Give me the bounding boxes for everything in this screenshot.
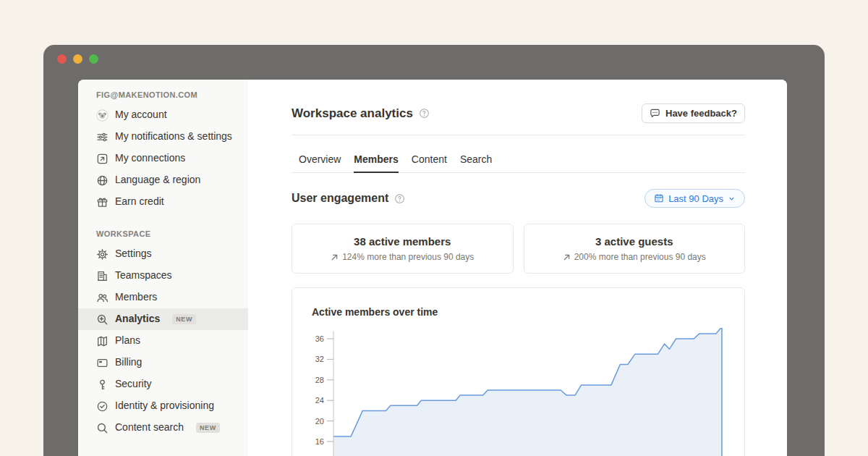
sidebar-item-label: My notifications & settings (115, 130, 232, 144)
minimize-button[interactable] (73, 54, 82, 64)
sidebar-item-label: Billing (115, 355, 142, 370)
active-members-chart: 162024283236 (308, 325, 727, 456)
sidebar-item-identity-provisioning[interactable]: Identity & provisioning (78, 395, 248, 417)
sidebar-item-settings[interactable]: Settings (78, 243, 248, 265)
people-icon (96, 292, 109, 304)
sidebar-item-label: Analytics (115, 312, 160, 326)
sidebar-item-label: Earn credit (115, 195, 164, 209)
date-range-button[interactable]: Last 90 Days (644, 189, 745, 208)
sliders-icon (96, 131, 109, 143)
have-feedback-label: Have feedback? (665, 108, 737, 119)
stat-value: 3 active guests (595, 235, 673, 248)
workspace-menu: SettingsTeamspacesMembersAnalyticsNEWPla… (78, 243, 248, 439)
arrow-box-icon (96, 153, 109, 165)
trend-up-icon (331, 253, 339, 261)
new-badge: NEW (172, 314, 196, 324)
sidebar-item-label: My account (115, 108, 167, 122)
sidebar-item-label: My connections (115, 151, 185, 166)
stat-delta-text: 124% more than previous 90 days (342, 252, 474, 262)
date-range-label: Last 90 Days (668, 193, 723, 204)
magnifier-icon (96, 422, 109, 434)
help-icon[interactable] (394, 193, 405, 204)
app-window: FIG@MAKENOTION.COM My accountMy notifica… (43, 45, 825, 456)
zoom-button[interactable] (89, 54, 98, 64)
gift-icon (96, 196, 109, 208)
sidebar-item-content-search[interactable]: Content searchNEW (78, 417, 248, 439)
workspace-section-label: WORKSPACE (78, 229, 248, 239)
sidebar-item-teamspaces[interactable]: Teamspaces (78, 265, 248, 287)
chart-card: Active members over time 162024283236 (292, 287, 745, 456)
stat-delta-text: 200% more than previous 90 days (574, 252, 706, 262)
sidebar-item-label: Plans (115, 334, 140, 348)
close-button[interactable] (57, 54, 67, 64)
section-header: User engagement Last 90 Days (292, 189, 745, 208)
sidebar-item-label: Identity & provisioning (115, 399, 214, 413)
calendar-icon (654, 193, 664, 203)
sidebar-item-label: Settings (115, 247, 152, 261)
sidebar-item-members[interactable]: Members (78, 287, 248, 308)
card-icon (96, 357, 109, 369)
sidebar-item-label: Members (115, 290, 157, 305)
sidebar-item-plans[interactable]: Plans (78, 330, 248, 352)
magnifier-plus-icon (96, 313, 109, 326)
sidebar-item-label: Teamspaces (115, 269, 172, 283)
chevron-down-icon (728, 195, 736, 203)
sidebar-item-my-account[interactable]: My account (78, 104, 248, 126)
svg-text:16: 16 (315, 437, 324, 446)
main-content: Workspace analytics Have feedback? Overv… (248, 80, 787, 456)
sidebar-item-billing[interactable]: Billing (78, 352, 248, 373)
settings-panel: FIG@MAKENOTION.COM My accountMy notifica… (78, 80, 787, 456)
sidebar-item-earn-credit[interactable]: Earn credit (78, 191, 248, 213)
help-icon[interactable] (419, 108, 430, 119)
badge-check-icon (96, 400, 109, 413)
sidebar-item-my-notifications-settings[interactable]: My notifications & settings (78, 126, 248, 148)
stat-cards: 38 active members124% more than previous… (292, 224, 745, 274)
sidebar-item-label: Security (115, 377, 152, 392)
sidebar-item-label: Content search (115, 421, 184, 435)
new-badge: NEW (196, 423, 220, 433)
stat-card-38-active-members: 38 active members124% more than previous… (292, 224, 514, 274)
trend-up-icon (563, 253, 571, 261)
page-title: Workspace analytics (292, 106, 413, 121)
globe-icon (96, 174, 109, 187)
analytics-tabs: OverviewMembersContentSearch (292, 135, 745, 173)
svg-text:20: 20 (315, 417, 324, 426)
svg-text:36: 36 (315, 334, 324, 343)
gear-icon (96, 248, 109, 261)
avatar-icon (96, 109, 109, 122)
settings-sidebar: FIG@MAKENOTION.COM My accountMy notifica… (78, 80, 248, 456)
account-menu: My accountMy notifications & settingsMy … (78, 104, 248, 213)
stat-delta: 200% more than previous 90 days (563, 252, 706, 262)
chart-title: Active members over time (308, 306, 727, 318)
tab-members[interactable]: Members (354, 153, 398, 173)
sidebar-item-security[interactable]: Security (78, 373, 248, 395)
map-icon (96, 335, 109, 347)
sidebar-item-label: Language & region (115, 173, 200, 187)
tab-content[interactable]: Content (412, 153, 447, 172)
stat-delta: 124% more than previous 90 days (331, 252, 474, 262)
comment-icon (650, 108, 660, 119)
sidebar-item-language-region[interactable]: Language & region (78, 169, 248, 191)
have-feedback-button[interactable]: Have feedback? (642, 104, 745, 123)
sidebar-item-analytics[interactable]: AnalyticsNEW (78, 308, 248, 330)
tab-overview[interactable]: Overview (299, 153, 341, 172)
building-icon (96, 270, 109, 282)
account-email: FIG@MAKENOTION.COM (78, 90, 248, 100)
section-title: User engagement (292, 192, 388, 205)
stat-value: 38 active members (354, 235, 451, 248)
svg-text:28: 28 (315, 376, 324, 384)
svg-text:24: 24 (315, 396, 324, 405)
sidebar-item-my-connections[interactable]: My connections (78, 148, 248, 169)
window-controls (57, 54, 98, 64)
stat-card-3-active-guests: 3 active guests200% more than previous 9… (524, 224, 746, 274)
page-header: Workspace analytics Have feedback? (292, 104, 745, 123)
key-icon (96, 379, 109, 391)
svg-text:32: 32 (315, 355, 324, 363)
tab-search[interactable]: Search (460, 153, 492, 172)
